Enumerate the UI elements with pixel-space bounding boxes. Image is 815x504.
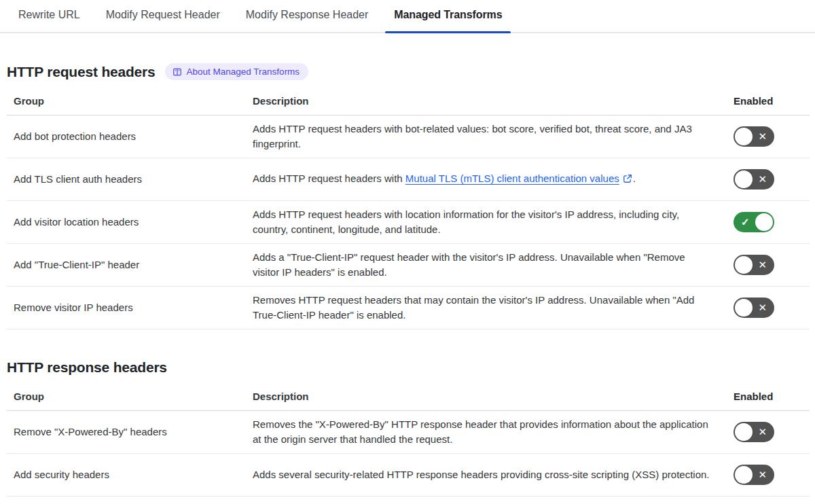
toggle-remove-visitor-ip-headers[interactable] (734, 298, 774, 318)
about-managed-transforms-badge[interactable]: About Managed Transforms (165, 63, 309, 80)
tab-bar: Rewrite URL Modify Request Header Modify… (0, 0, 815, 33)
response-headers-title: HTTP response headers (7, 359, 167, 376)
toggle-add-bot-protection-headers[interactable] (734, 126, 774, 147)
group-cell: Add "True-Client-IP" header (7, 257, 253, 272)
request-headers-title: HTTP request headers (7, 64, 156, 80)
enabled-cell (734, 212, 810, 232)
description-cell: Adds HTTP request headers with bot-relat… (253, 122, 734, 151)
column-header-group: Group (7, 95, 253, 107)
tab-rewrite-url[interactable]: Rewrite URL (18, 9, 80, 32)
table-row: Add security headers Adds several securi… (7, 454, 810, 497)
description-text: Adds HTTP request headers with (253, 173, 405, 184)
enabled-cell (734, 169, 810, 190)
external-link-icon (623, 173, 632, 187)
toggle-add-true-client-ip-header[interactable] (734, 255, 774, 275)
toggle-add-visitor-location-headers[interactable] (734, 212, 774, 232)
column-header-enabled: Enabled (734, 391, 810, 402)
response-table-header: Group Description Enabled (7, 386, 810, 411)
group-cell: Add visitor location headers (7, 215, 253, 230)
tab-modify-response-header[interactable]: Modify Response Header (246, 9, 369, 32)
request-headers-section-head: HTTP request headers About Managed Trans… (7, 63, 810, 80)
table-row: Add "True-Client-IP" header Adds a "True… (7, 244, 810, 287)
column-header-description: Description (253, 391, 734, 402)
column-header-description: Description (253, 95, 734, 107)
description-cell: Adds HTTP request headers with location … (253, 207, 734, 237)
table-row: Add TLS client auth headers Adds HTTP re… (7, 158, 810, 201)
table-row: Remove "X-Powered-By" headers Removes th… (7, 411, 810, 454)
table-row: Add bot protection headers Adds HTTP req… (7, 115, 810, 158)
request-headers-table: Group Description Enabled Add bot protec… (7, 91, 810, 329)
toggle-remove-x-powered-by-headers[interactable] (734, 422, 774, 442)
group-cell: Add security headers (7, 467, 253, 482)
group-cell: Add bot protection headers (7, 129, 253, 144)
description-cell: Removes HTTP request headers that may co… (253, 293, 734, 323)
response-headers-section-head: HTTP response headers (7, 359, 810, 376)
response-headers-table: Group Description Enabled Remove "X-Powe… (7, 386, 810, 497)
enabled-cell (734, 422, 810, 442)
table-row: Remove visitor IP headers Removes HTTP r… (7, 287, 810, 329)
column-header-enabled: Enabled (734, 95, 810, 107)
enabled-cell (734, 126, 810, 147)
group-cell: Remove visitor IP headers (7, 300, 253, 315)
toggle-add-security-headers[interactable] (734, 465, 774, 485)
column-header-group: Group (7, 391, 253, 402)
enabled-cell (734, 255, 810, 275)
toggle-add-tls-client-auth-headers[interactable] (734, 169, 774, 190)
badge-label: About Managed Transforms (187, 67, 300, 77)
group-cell: Add TLS client auth headers (7, 172, 253, 187)
enabled-cell (734, 298, 810, 318)
tab-managed-transforms[interactable]: Managed Transforms (394, 9, 502, 32)
book-icon (173, 67, 182, 77)
description-cell: Adds HTTP request headers with Mutual TL… (253, 171, 734, 187)
description-text: . (633, 173, 636, 184)
tab-modify-request-header[interactable]: Modify Request Header (106, 9, 220, 32)
mtls-authentication-values-link[interactable]: Mutual TLS (mTLS) client authentication … (405, 173, 619, 184)
description-cell: Removes the "X-Powered-By" HTTP response… (253, 417, 734, 447)
page-content: HTTP request headers About Managed Trans… (0, 63, 815, 497)
description-cell: Adds several security-related HTTP respo… (253, 467, 734, 482)
group-cell: Remove "X-Powered-By" headers (7, 425, 253, 439)
enabled-cell (734, 465, 810, 485)
description-cell: Adds a "True-Client-IP" request header w… (253, 250, 734, 280)
table-row: Add visitor location headers Adds HTTP r… (7, 201, 810, 244)
request-table-header: Group Description Enabled (7, 91, 810, 115)
